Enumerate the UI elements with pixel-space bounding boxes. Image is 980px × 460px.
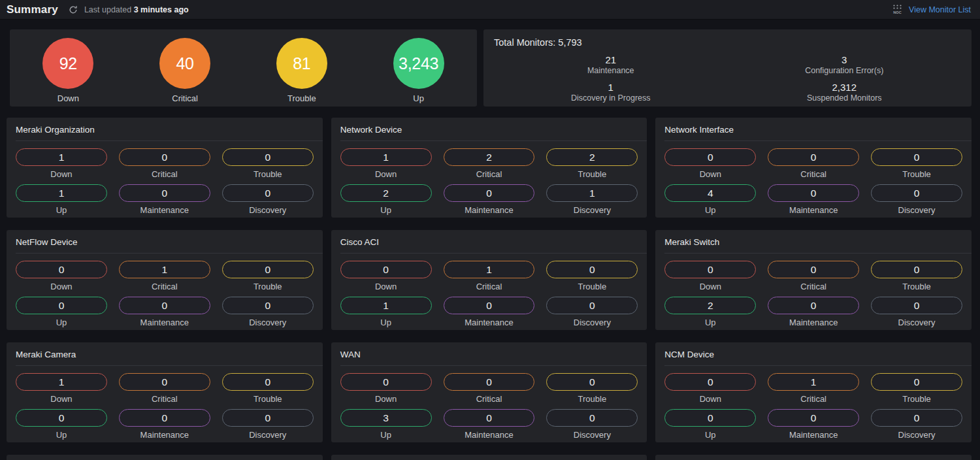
maintenance-count-pill[interactable]: 0 [444,297,535,314]
up-count-pill[interactable]: 3 [340,409,432,427]
up-count-pill[interactable]: 1 [340,297,432,314]
up-count-pill[interactable]: 1 [16,184,107,202]
discovery-count-pill[interactable]: 0 [871,184,962,202]
total-item[interactable]: 1 Discovery in Progress [494,82,728,103]
category-card: Network Device 1 Down 2 Critical 2 Troub… [331,118,647,218]
status-circle-group[interactable]: 3,243 Up [393,38,444,103]
trouble-count-pill[interactable]: 2 [546,148,638,166]
view-monitor-list-link[interactable]: View Monitor List [909,5,971,14]
up-count-pill[interactable]: 0 [16,297,107,314]
up-count-pill[interactable]: 2 [340,184,432,202]
status-circle-label: Critical [172,93,198,103]
critical-count-pill[interactable]: 1 [768,373,859,391]
up-count-pill[interactable]: 0 [664,409,756,427]
critical-count-pill[interactable]: 0 [768,261,859,278]
critical-count-pill[interactable]: 0 [119,148,210,166]
maintenance-count-pill[interactable]: 0 [119,184,210,202]
discovery-label: Discovery [546,430,638,440]
down-label: Down [16,282,107,291]
critical-count-pill[interactable]: 0 [119,373,210,391]
critical-count-pill[interactable]: 0 [444,373,535,391]
up-label: Up [340,318,432,327]
status-circle-value[interactable]: 3,243 [393,38,444,89]
trouble-count-pill[interactable]: 0 [871,148,962,166]
maintenance-count-pill[interactable]: 0 [768,409,859,427]
trouble-count-pill[interactable]: 0 [222,148,314,166]
total-item-value: 3 [728,54,962,65]
category-card-partial [331,455,647,460]
status-circle-group[interactable]: 40 Critical [159,38,210,103]
total-item[interactable]: 3 Configuration Error(s) [728,54,962,75]
discovery-count-pill[interactable]: 0 [871,409,962,427]
total-item-label: Suspended Monitors [728,93,962,103]
critical-count-pill[interactable]: 1 [444,261,535,278]
discovery-count-pill[interactable]: 0 [871,297,962,314]
maintenance-count-pill[interactable]: 0 [444,409,535,427]
up-label: Up [664,430,756,440]
critical-count-pill[interactable]: 2 [444,148,535,166]
discovery-count-pill[interactable]: 0 [222,297,314,314]
trouble-label: Trouble [871,394,962,404]
critical-label: Critical [119,282,210,291]
trouble-count-pill[interactable]: 0 [222,373,314,391]
maintenance-label: Maintenance [119,430,210,440]
critical-count-pill[interactable]: 1 [119,261,210,278]
maintenance-count-pill[interactable]: 0 [444,184,535,202]
maintenance-count-pill[interactable]: 0 [119,297,210,314]
discovery-count-pill[interactable]: 1 [546,184,638,202]
discovery-label: Discovery [871,430,962,440]
summary-band: 92 Down 40 Critical 81 Trouble 3,243 Up … [0,20,980,107]
status-circle-value[interactable]: 92 [42,38,93,89]
down-count-pill[interactable]: 1 [16,373,107,391]
trouble-count-pill[interactable]: 0 [546,261,638,278]
down-count-pill[interactable]: 0 [664,148,756,166]
down-label: Down [664,282,756,291]
status-circle-value[interactable]: 40 [159,38,210,89]
discovery-label: Discovery [871,318,962,327]
down-count-pill[interactable]: 0 [16,261,107,278]
total-item[interactable]: 2,312 Suspended Monitors [728,82,962,103]
trouble-count-pill[interactable]: 0 [871,261,962,278]
up-count-pill[interactable]: 0 [16,409,107,427]
category-card-title: Meraki Camera [16,350,314,359]
card-divider [664,140,972,141]
noc-view-icon[interactable]: NOC [892,4,903,15]
total-item-value: 1 [494,82,728,93]
category-card-title: Meraki Switch [664,237,962,247]
discovery-count-pill[interactable]: 0 [222,409,314,427]
critical-count-pill[interactable]: 0 [768,148,859,166]
critical-label: Critical [444,169,535,179]
trouble-count-pill[interactable]: 0 [222,261,314,278]
trouble-label: Trouble [546,169,638,179]
up-label: Up [340,430,432,440]
status-circle-value[interactable]: 81 [276,38,327,89]
discovery-count-pill[interactable]: 0 [546,297,638,314]
trouble-label: Trouble [222,282,314,291]
category-cards-grid: Meraki Organization 1 Down 0 Critical 0 … [0,107,980,460]
maintenance-label: Maintenance [119,205,210,215]
discovery-count-pill[interactable]: 0 [546,409,638,427]
down-count-pill[interactable]: 0 [340,261,432,278]
down-label: Down [340,282,432,291]
total-item[interactable]: 21 Maintenance [494,54,728,75]
down-count-pill[interactable]: 0 [340,373,432,391]
trouble-count-pill[interactable]: 0 [871,373,962,391]
status-circle-group[interactable]: 81 Trouble [276,38,327,103]
trouble-count-pill[interactable]: 0 [546,373,638,391]
noc-icon-label: NOC [893,10,901,14]
down-count-pill[interactable]: 0 [664,373,756,391]
up-count-pill[interactable]: 2 [664,297,756,314]
down-count-pill[interactable]: 1 [340,148,432,166]
down-count-pill[interactable]: 1 [16,148,107,166]
maintenance-count-pill[interactable]: 0 [768,297,859,314]
critical-label: Critical [444,394,535,404]
discovery-count-pill[interactable]: 0 [222,184,314,202]
maintenance-count-pill[interactable]: 0 [119,409,210,427]
up-count-pill[interactable]: 4 [664,184,756,202]
total-item-label: Configuration Error(s) [728,66,962,75]
down-count-pill[interactable]: 0 [664,261,756,278]
maintenance-count-pill[interactable]: 0 [768,184,859,202]
card-divider [340,365,647,366]
status-circle-group[interactable]: 92 Down [42,38,93,103]
refresh-icon[interactable] [69,5,78,14]
